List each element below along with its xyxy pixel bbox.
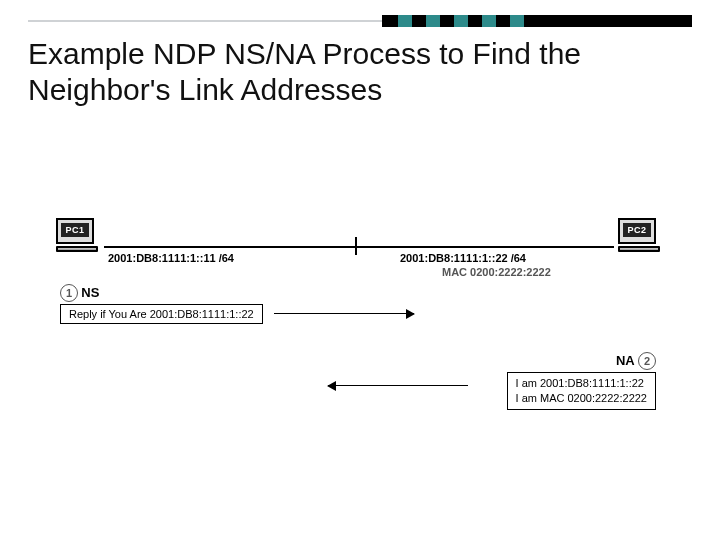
ns-arrow-icon [274, 313, 414, 314]
na-step-number: 2 [638, 352, 656, 370]
network-link-line [104, 246, 614, 248]
pc1-icon: PC1 [56, 218, 102, 252]
slide-title: Example NDP NS/NA Process to Find the Ne… [28, 36, 692, 108]
na-label: NA [616, 353, 635, 368]
pc1-ipv6-address: 2001:DB8:1111:1::11 /64 [108, 252, 234, 264]
ns-message-box: Reply if You Are 2001:DB8:1111:1::22 [60, 304, 263, 324]
na-message-box: I am 2001:DB8:1111:1::22 I am MAC 0200:2… [507, 372, 656, 410]
na-message-line-2: I am MAC 0200:2222:2222 [516, 391, 647, 406]
pc1-label: PC1 [61, 223, 89, 237]
ns-label: NS [81, 285, 99, 300]
na-arrow-icon [328, 385, 468, 386]
na-message-line-1: I am 2001:DB8:1111:1::22 [516, 376, 647, 391]
pc2-mac-address: MAC 0200:2222:2222 [442, 266, 551, 278]
pc2-label: PC2 [623, 223, 651, 237]
na-step: NA 2 I am 2001:DB8:1111:1::22 I am MAC 0… [507, 352, 656, 410]
link-midpoint-tick [355, 237, 357, 255]
header-accent [28, 10, 692, 32]
pc2-ipv6-address: 2001:DB8:1111:1::22 /64 [400, 252, 526, 264]
pc2-icon: PC2 [618, 218, 664, 252]
ns-step-number: 1 [60, 284, 78, 302]
ns-step: 1 NS Reply if You Are 2001:DB8:1111:1::2… [60, 284, 263, 324]
slide: Example NDP NS/NA Process to Find the Ne… [0, 0, 720, 540]
